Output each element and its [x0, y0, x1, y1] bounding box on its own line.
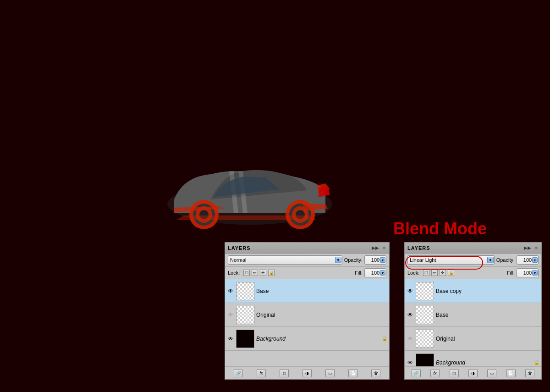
left-panel-expand-btn[interactable]: ▶▶	[371, 245, 380, 250]
right-panel-header: LAYERS ▶▶ ≡	[405, 243, 541, 254]
left-fill-label: Fill:	[355, 270, 363, 276]
right-lock-paint[interactable]: ✏	[431, 270, 438, 276]
right-panel-expand-btn[interactable]: ▶▶	[523, 245, 532, 250]
right-layers-panel: LAYERS ▶▶ ≡ Normal Multiply Screen Overl…	[404, 242, 542, 380]
left-layer-background-lock: 🔒	[382, 336, 387, 342]
car-image	[138, 140, 362, 236]
left-lock-move[interactable]: ✛	[260, 270, 266, 276]
right-layer-base-copy-thumb	[416, 282, 434, 300]
left-lock-row: Lock: ☐ ✏ ✛ 🔒 Fill: ▼	[225, 267, 389, 279]
right-blend-select-wrapper[interactable]: Normal Multiply Screen Overlay Linear Li…	[407, 255, 495, 265]
right-opacity-wrapper[interactable]: ▼	[517, 255, 539, 265]
left-layer-background-thumb	[236, 330, 254, 348]
right-layer-background-name: Background	[436, 359, 532, 366]
right-layer-original-eye[interactable]: 👁	[407, 335, 414, 342]
right-toolbar-mask[interactable]: ◻	[450, 369, 459, 377]
left-toolbar-folder[interactable]: ▭	[325, 369, 335, 377]
left-blend-select-wrapper[interactable]: Normal Multiply Screen Overlay Linear Li…	[228, 255, 342, 265]
right-layer-original-thumb	[416, 330, 434, 348]
left-toolbar-delete[interactable]: 🗑	[371, 369, 380, 377]
left-layer-base-eye[interactable]: 👁	[227, 287, 234, 295]
right-fill-label: Fill:	[507, 270, 515, 276]
right-layer-base-eye[interactable]: 👁	[407, 311, 414, 319]
right-fill-input[interactable]	[517, 268, 539, 277]
left-blend-mode-select[interactable]: Normal Multiply Screen Overlay Linear Li…	[228, 255, 342, 265]
left-layer-original[interactable]: 👁 Original	[225, 303, 389, 327]
left-panel-menu-btn[interactable]: ≡	[382, 245, 386, 250]
right-layer-background-lock: 🔒	[534, 360, 539, 365]
canvas-area: Blend Mode LAYERS ▶▶ ≡ Normal Multiply S…	[0, 0, 550, 392]
right-toolbar-adjustment[interactable]: ◑	[468, 369, 478, 377]
left-layers-panel: LAYERS ▶▶ ≡ Normal Multiply Screen Overl…	[225, 242, 390, 380]
right-opacity-label: Opacity:	[496, 257, 515, 263]
right-layer-base-copy[interactable]: 👁 Base copy	[405, 279, 541, 303]
right-layer-background-eye[interactable]: 👁	[407, 359, 414, 366]
right-layer-base-name: Base	[436, 312, 539, 318]
left-panel-title: LAYERS	[228, 245, 251, 251]
left-fill-wrapper[interactable]: ▼	[364, 268, 386, 277]
right-opacity-input[interactable]	[517, 255, 539, 265]
left-opacity-label: Opacity:	[344, 257, 363, 263]
right-toolbar-folder[interactable]: ▭	[487, 369, 496, 377]
left-blend-row: Normal Multiply Screen Overlay Linear Li…	[225, 254, 389, 267]
right-blend-mode-select[interactable]: Normal Multiply Screen Overlay Linear Li…	[407, 255, 495, 265]
right-lock-label: Lock:	[407, 270, 419, 276]
left-toolbar-link[interactable]: 🔗	[234, 369, 243, 377]
left-layer-original-name: Original	[256, 312, 387, 318]
left-panel-toolbar: 🔗 fx ◻ ◑ ▭ 📄 🗑	[225, 366, 389, 379]
right-panel-header-controls: ▶▶ ≡	[523, 245, 539, 250]
left-lock-paint[interactable]: ✏	[252, 270, 258, 276]
left-fill-input[interactable]	[364, 268, 386, 277]
right-lock-move[interactable]: ✛	[440, 270, 446, 276]
left-toolbar-new[interactable]: 📄	[348, 369, 358, 377]
right-fill-wrapper[interactable]: ▼	[517, 268, 539, 277]
left-layer-background[interactable]: 👁 Background 🔒	[225, 327, 389, 351]
right-panel-toolbar: 🔗 fx ◻ ◑ ▭ 📄 🗑	[405, 366, 541, 379]
left-opacity-wrapper[interactable]: ▼	[364, 255, 386, 265]
right-toolbar-link[interactable]: 🔗	[412, 369, 421, 377]
left-layer-base-name: Base	[256, 288, 387, 294]
left-layer-base-thumb	[236, 282, 254, 300]
right-lock-row: Lock: ☐ ✏ ✛ 🔒 Fill: ▼	[405, 267, 541, 279]
left-panel-header: LAYERS ▶▶ ≡	[225, 243, 389, 254]
left-layer-background-eye[interactable]: 👁	[227, 335, 234, 342]
right-layer-base-copy-eye[interactable]: 👁	[407, 287, 414, 295]
right-lock-all[interactable]: 🔒	[448, 270, 454, 276]
right-layer-base-thumb	[416, 306, 434, 324]
left-lock-transparency[interactable]: ☐	[243, 270, 250, 276]
right-blend-row: Normal Multiply Screen Overlay Linear Li…	[405, 254, 541, 267]
left-toolbar-fx[interactable]: fx	[257, 369, 266, 377]
left-lock-label: Lock:	[228, 270, 240, 276]
right-panel-title: LAYERS	[407, 245, 430, 251]
left-lock-all[interactable]: 🔒	[268, 270, 275, 276]
right-toolbar-new[interactable]: 📄	[506, 369, 516, 377]
left-layer-base[interactable]: 👁 Base	[225, 279, 389, 303]
right-layers-list: 👁 Base copy 👁 Base 👁 Origina	[405, 279, 541, 375]
left-toolbar-adjustment[interactable]: ◑	[302, 369, 312, 377]
right-layer-base[interactable]: 👁 Base	[405, 303, 541, 327]
right-layer-base-copy-name: Base copy	[436, 288, 539, 294]
left-toolbar-mask[interactable]: ◻	[280, 369, 289, 377]
right-lock-transparency[interactable]: ☐	[423, 270, 429, 276]
left-layers-list: 👁 Base 👁 Original 👁 Backgrou	[225, 279, 389, 351]
right-toolbar-fx[interactable]: fx	[430, 369, 440, 377]
right-panel-menu-btn[interactable]: ≡	[534, 245, 539, 250]
left-opacity-input[interactable]	[364, 255, 386, 265]
left-layer-background-name: Background	[256, 336, 380, 342]
right-layer-original[interactable]: 👁 Original	[405, 327, 541, 351]
left-layer-original-thumb	[236, 306, 254, 324]
left-panel-header-controls: ▶▶ ≡	[371, 245, 386, 250]
right-layer-original-name: Original	[436, 336, 539, 342]
left-layer-original-eye[interactable]: 👁	[227, 311, 234, 319]
right-toolbar-delete[interactable]: 🗑	[525, 369, 534, 377]
blend-mode-label: Blend Mode	[393, 219, 487, 238]
